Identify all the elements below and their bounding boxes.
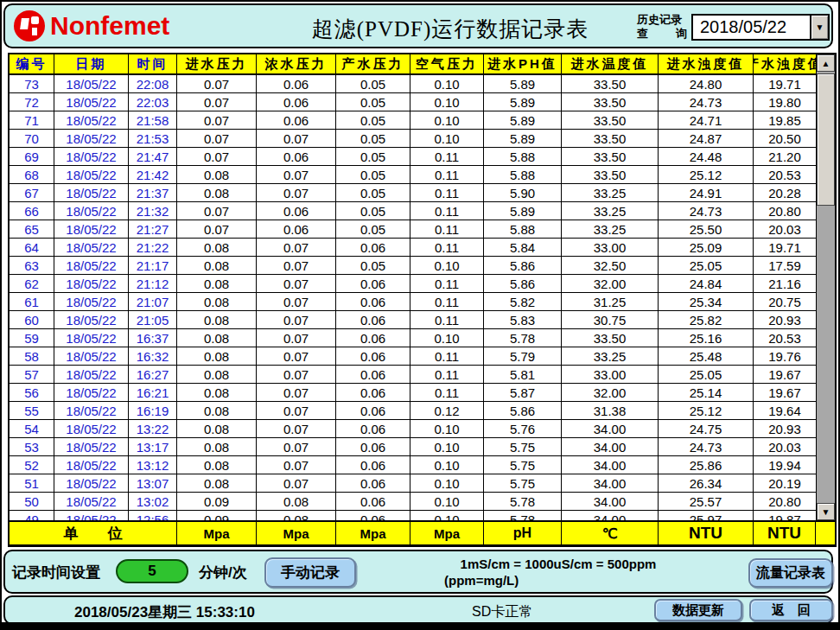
table-cell: 64 bbox=[10, 239, 54, 257]
table-cell: 25.97 bbox=[659, 511, 754, 520]
top-bar: Nonfemet 超滤(PVDF)运行数据记录表 历史记录 查 询 2018/0… bbox=[3, 3, 833, 48]
record-time-unit-label: 分钟/次 bbox=[199, 563, 247, 582]
table-cell: 0.06 bbox=[336, 438, 410, 456]
table-cell: 17.59 bbox=[754, 257, 816, 275]
table-cell: 21:42 bbox=[129, 166, 177, 184]
record-interval-field[interactable]: 5 bbox=[116, 559, 188, 583]
table-cell: 0.07 bbox=[257, 293, 336, 311]
table-cell: 33.50 bbox=[562, 130, 659, 148]
table-columns: 编号日期时间进水压力浓水压力产水压力空气压力进水PH值进水温度值进水浊度值产水浊… bbox=[10, 54, 816, 520]
vertical-scrollbar[interactable]: ▲ ▼ bbox=[816, 54, 835, 520]
table-cell: 5.86 bbox=[484, 275, 562, 293]
manual-record-button[interactable]: 手动记录 bbox=[264, 557, 356, 588]
table-cell: 34.00 bbox=[562, 511, 659, 520]
table-cell: 13:17 bbox=[129, 438, 177, 456]
table-cell: 5.89 bbox=[484, 111, 562, 130]
table-cell: 33.50 bbox=[562, 75, 659, 93]
table-cell: 57 bbox=[10, 366, 54, 384]
table-cell: 34.00 bbox=[562, 493, 659, 511]
conversion-note: 1mS/cm = 1000uS/cm = 500ppm (ppm=mg/L) bbox=[394, 556, 722, 589]
nonfemet-emblem-icon bbox=[14, 10, 45, 41]
flow-record-table-button[interactable]: 流量记录表 bbox=[748, 558, 833, 588]
table-cell: 0.08 bbox=[177, 384, 257, 402]
unit-cell: NTU bbox=[659, 522, 754, 544]
table-row: 7018/05/2221:530.070.070.050.105.8933.50… bbox=[10, 130, 816, 148]
table-cell: 0.05 bbox=[336, 75, 410, 93]
table-cell: 21:07 bbox=[129, 293, 177, 311]
status-panel: 2018/05/23星期三 15:33:10 SD卡正常 数据更新 返 回 bbox=[3, 595, 833, 625]
table-cell: 19.67 bbox=[754, 366, 816, 384]
table-cell: 5.81 bbox=[484, 366, 562, 384]
system-datetime: 2018/05/23星期三 15:33:10 bbox=[74, 602, 255, 622]
table-cell: 0.07 bbox=[257, 275, 336, 293]
history-label-line2: 查 询 bbox=[637, 27, 687, 41]
table-cell: 0.07 bbox=[257, 347, 336, 366]
table-cell: 5.78 bbox=[484, 493, 562, 511]
table-cell: 0.06 bbox=[336, 293, 410, 311]
table-row: 6118/05/2221:070.080.070.060.115.8231.25… bbox=[10, 293, 816, 311]
table-row: 5718/05/2216:270.080.070.060.115.8133.00… bbox=[10, 366, 816, 384]
table-cell: 24.73 bbox=[659, 93, 754, 111]
column-header: 进水浊度值 bbox=[659, 54, 754, 75]
table-cell: 33.50 bbox=[562, 148, 659, 166]
table-cell: 58 bbox=[10, 347, 54, 366]
table-cell: 0.05 bbox=[336, 220, 410, 239]
table-cell: 21:58 bbox=[129, 111, 177, 130]
table-cell: 0.10 bbox=[410, 329, 484, 347]
table-cell: 0.11 bbox=[410, 275, 484, 293]
table-cell: 0.08 bbox=[257, 511, 336, 520]
table-cell: 21:32 bbox=[129, 202, 177, 220]
table-cell: 18/05/22 bbox=[54, 239, 129, 257]
table-cell: 18/05/22 bbox=[54, 402, 129, 420]
table-cell: 0.11 bbox=[410, 166, 484, 184]
table-cell: 24.48 bbox=[659, 148, 754, 166]
table-cell: 25.09 bbox=[659, 239, 754, 257]
table-cell: 0.06 bbox=[336, 402, 410, 420]
table-cell: 18/05/22 bbox=[54, 111, 129, 130]
table-row: 6918/05/2221:470.070.060.050.115.8833.50… bbox=[10, 148, 816, 166]
unit-cell: Mpa bbox=[410, 522, 484, 544]
table-cell: 0.07 bbox=[257, 474, 336, 493]
column-header: 进水温度值 bbox=[562, 54, 659, 75]
table-cell: 19.87 bbox=[754, 511, 816, 520]
history-date-value[interactable]: 2018/05/22 bbox=[693, 16, 810, 39]
conversion-line1: 1mS/cm = 1000uS/cm = 500ppm bbox=[394, 556, 722, 572]
table-cell: 0.06 bbox=[336, 474, 410, 493]
table-cell: 25.48 bbox=[659, 347, 754, 366]
scroll-down-icon[interactable]: ▼ bbox=[817, 503, 835, 520]
column-header: 产水浊度值 bbox=[754, 54, 816, 75]
table-cell: 18/05/22 bbox=[54, 438, 129, 456]
table-cell: 18/05/22 bbox=[54, 257, 129, 275]
table-cell: 24.80 bbox=[659, 75, 754, 93]
table-row: 5518/05/2216:190.080.070.060.125.8631.38… bbox=[10, 402, 816, 420]
table-cell: 52 bbox=[10, 456, 54, 474]
table-cell: 5.83 bbox=[484, 311, 562, 329]
return-button[interactable]: 返 回 bbox=[749, 599, 833, 621]
table-cell: 24.75 bbox=[659, 420, 754, 438]
table-row: 6618/05/2221:320.070.060.050.115.8933.25… bbox=[10, 202, 816, 220]
table-cell: 32.50 bbox=[562, 257, 659, 275]
table-cell: 0.05 bbox=[336, 130, 410, 148]
table-cell: 5.79 bbox=[484, 347, 562, 366]
table-cell: 0.06 bbox=[257, 148, 336, 166]
scrollbar-thumb[interactable] bbox=[817, 73, 835, 206]
table-cell: 0.07 bbox=[257, 329, 336, 347]
scroll-up-icon[interactable]: ▲ bbox=[817, 54, 835, 72]
table-cell: 19.85 bbox=[754, 111, 816, 130]
table-cell: 5.82 bbox=[484, 293, 562, 311]
table-cell: 0.05 bbox=[336, 93, 410, 111]
data-update-button[interactable]: 数据更新 bbox=[654, 599, 742, 621]
history-date-select[interactable]: 2018/05/22 ▼ bbox=[691, 14, 830, 41]
table-cell: 12:56 bbox=[129, 511, 177, 520]
table-cell: 16:32 bbox=[129, 347, 177, 366]
table-cell: 0.11 bbox=[410, 293, 484, 311]
table-cell: 31.38 bbox=[562, 402, 659, 420]
table-cell: 16:37 bbox=[129, 329, 177, 347]
table-cell: 21:47 bbox=[129, 148, 177, 166]
table-cell: 72 bbox=[10, 93, 54, 111]
chevron-down-icon[interactable]: ▼ bbox=[810, 16, 828, 39]
table-cell: 21.16 bbox=[754, 275, 816, 293]
table-cell: 21:17 bbox=[129, 257, 177, 275]
table-cell: 0.12 bbox=[410, 402, 484, 420]
table-cell: 20.53 bbox=[754, 329, 816, 347]
